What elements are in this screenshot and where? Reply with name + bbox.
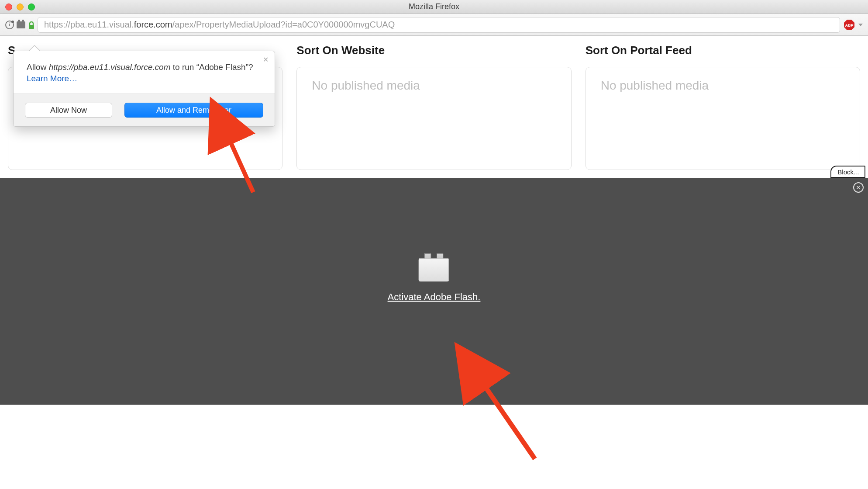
panel-heading-portal: Sort On Portal Feed	[586, 44, 860, 57]
svg-rect-0	[29, 25, 34, 29]
lock-icon	[28, 21, 34, 28]
block-chip[interactable]: Block…	[830, 166, 865, 178]
perm-origin: https://pba.eu11.visual.force.com	[49, 62, 171, 72]
panel-box-portal: No published media	[586, 67, 860, 170]
address-bar: https://pba.eu11.visual.force.com/apex/P…	[0, 14, 868, 36]
flash-placeholder-region[interactable]: Block… ✕ Activate Adobe Flash.	[0, 178, 868, 405]
sort-panel-portal: Sort On Portal Feed No published media	[586, 44, 860, 170]
popup-close-icon[interactable]: ✕	[263, 55, 269, 64]
allow-and-remember-button[interactable]: Allow and Remember	[124, 103, 263, 118]
panel-box-website: No published media	[296, 67, 571, 170]
svg-text:ABP: ABP	[845, 23, 853, 28]
url-domain: force.com	[134, 20, 172, 30]
sort-panel-website: Sort On Website No published media	[296, 44, 571, 170]
empty-text-website: No published media	[312, 79, 556, 93]
perm-allow-label: Allow	[27, 62, 49, 72]
permission-message: Allow https://pba.eu11.visual.force.com …	[14, 51, 275, 94]
window-titlebar: Mozilla Firefox	[0, 0, 868, 14]
minimize-window-button[interactable]	[17, 3, 24, 10]
learn-more-link[interactable]: Learn More…	[27, 74, 77, 83]
panel-heading-website: Sort On Website	[296, 44, 571, 57]
activate-flash-link[interactable]: Activate Adobe Flash.	[388, 291, 481, 302]
plugin-icon[interactable]	[17, 21, 25, 28]
url-path: /apex/PropertyMediaUpload?id=a0C0Y000000…	[172, 20, 395, 30]
annotation-arrow-2	[474, 374, 544, 465]
url-input[interactable]: https://pba.eu11.visual.force.com/apex/P…	[38, 17, 840, 33]
adblock-plus-icon[interactable]: ABP	[844, 19, 855, 31]
perm-to-run: to run “Adobe Flash”?	[171, 62, 253, 72]
maximize-window-button[interactable]	[28, 3, 35, 10]
traffic-lights	[0, 3, 35, 10]
close-window-button[interactable]	[5, 3, 12, 10]
empty-text-portal: No published media	[601, 79, 845, 93]
flash-activate-group: Activate Adobe Flash.	[388, 258, 481, 302]
annotation-arrow-1	[223, 131, 262, 197]
allow-now-button[interactable]: Allow Now	[25, 103, 112, 118]
permission-popup: ✕ Allow https://pba.eu11.visual.force.co…	[13, 51, 275, 127]
permission-actions: Allow Now Allow and Remember	[14, 94, 275, 126]
chevron-down-icon[interactable]	[858, 24, 863, 26]
close-icon[interactable]: ✕	[853, 182, 864, 193]
svg-line-4	[482, 381, 535, 459]
svg-line-3	[228, 136, 253, 192]
info-icon[interactable]	[5, 21, 14, 29]
site-identity-block[interactable]	[5, 21, 34, 29]
url-prefix: https://pba.eu11.visual.	[44, 20, 134, 30]
plugin-brick-icon	[419, 258, 449, 281]
window-title: Mozilla Firefox	[409, 2, 459, 11]
